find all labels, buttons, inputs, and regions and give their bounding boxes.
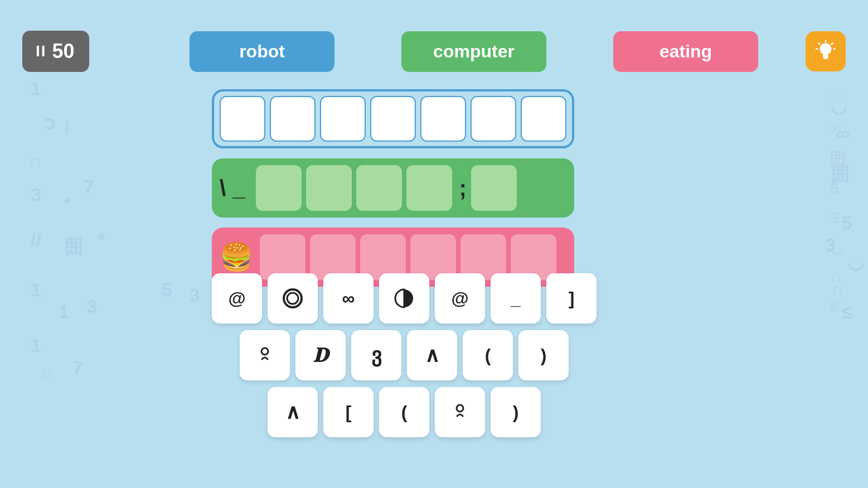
green-prefix-backslash: \ [220, 176, 226, 201]
green-cell-1[interactable] [256, 165, 302, 211]
bg-char: • [64, 190, 71, 211]
green-answer-row: \ _ ; [212, 158, 574, 218]
right-icon-5: 5 [830, 180, 846, 198]
key-circle[interactable] [268, 273, 318, 323]
blue-cell-6[interactable] [471, 96, 516, 142]
blue-cell-7[interactable] [521, 96, 566, 142]
green-cell-4[interactable] [406, 165, 452, 211]
right-icon-infinity: ∞ [830, 119, 846, 137]
bg-char: 1 [31, 335, 41, 356]
bg-char: l [64, 117, 69, 139]
bg-char: 7 [84, 176, 94, 197]
bg-char: 囲 [64, 234, 83, 260]
key-degree-2[interactable] [435, 387, 485, 437]
svg-line-5 [818, 43, 819, 44]
key-paren-close-2[interactable]: ) [491, 387, 541, 437]
blue-cell-2[interactable] [270, 96, 316, 142]
svg-rect-2 [823, 57, 828, 59]
svg-point-10 [261, 348, 268, 355]
key-d[interactable]: 𝐃 [295, 330, 346, 380]
key-degree[interactable] [240, 330, 290, 380]
keyboard: @ ∞ @ _ ] 𝐃 ვ ∧ ( ) ∧ [ ( [212, 273, 597, 437]
green-cell-5[interactable] [471, 165, 517, 211]
blue-cell-4[interactable] [370, 96, 416, 142]
key-infinity[interactable]: ∞ [323, 273, 374, 323]
score-value: 50 [52, 40, 75, 63]
key-bracket-close[interactable]: ] [546, 273, 597, 323]
blue-cell-1[interactable] [220, 96, 265, 142]
green-prefix-underscore: _ [232, 176, 245, 201]
key-row-3: ∧ [ ( ) [268, 387, 541, 437]
lightbulb-icon [814, 40, 837, 63]
svg-point-9 [287, 293, 298, 304]
answer-area: \ _ ; 🍔 [212, 89, 574, 287]
blue-cell-3[interactable] [320, 96, 366, 142]
bg-char: ◡ [847, 251, 864, 273]
bg-char: 5 [162, 279, 172, 301]
bg-char: * [98, 229, 105, 250]
word-button-robot[interactable]: robot [190, 31, 334, 72]
bg-char: 1 [31, 279, 41, 301]
key-at-2[interactable]: @ [435, 273, 485, 323]
header: II 50 robot computer eating [0, 31, 868, 72]
key-underscore[interactable]: _ [491, 273, 541, 323]
blue-cell-5[interactable] [420, 96, 466, 142]
key-caret-2[interactable]: ∧ [268, 387, 318, 437]
key-paren-close-1[interactable]: ) [518, 330, 569, 380]
key-caret-1[interactable]: ∧ [407, 330, 457, 380]
key-half-circle[interactable] [379, 273, 429, 323]
word-button-computer[interactable]: computer [401, 31, 546, 72]
bg-char: 1 [31, 78, 41, 100]
bg-char: ∩ [28, 151, 42, 172]
right-icon-grid: 囲 [830, 148, 846, 169]
svg-point-11 [457, 405, 463, 412]
key-row-1: @ ∞ @ _ ] [212, 273, 597, 323]
svg-line-4 [832, 43, 833, 44]
svg-point-0 [820, 43, 832, 55]
green-cell-2[interactable] [306, 165, 352, 211]
right-icon-3: 3 [830, 209, 846, 227]
hint-button[interactable] [806, 31, 846, 71]
bg-char: // [31, 229, 41, 250]
right-icon-cap: ∩ [830, 268, 846, 286]
green-cell-3[interactable] [356, 165, 402, 211]
bg-char: 1 [59, 301, 69, 323]
right-decorations: ♡ ∞ 囲 5 3 ◡ ∩ ≤ [830, 89, 846, 315]
bg-char: 3 [86, 296, 97, 317]
right-icon-heart: ♡ [830, 89, 846, 108]
score-badge: II 50 [22, 31, 89, 72]
svg-rect-1 [823, 55, 829, 57]
green-suffix-semicolon: ; [459, 176, 466, 201]
key-at-1[interactable]: @ [212, 273, 262, 323]
key-bracket-open[interactable]: [ [323, 387, 374, 437]
bg-char: 7 [72, 357, 83, 379]
bg-char: ɔ [45, 112, 55, 134]
bg-char: 3 [31, 184, 41, 206]
right-icon-less: ≤ [830, 297, 846, 315]
bg-char: 3 [190, 284, 200, 306]
key-row-2: 𝐃 ვ ∧ ( ) [240, 330, 569, 380]
key-paren-open-2[interactable]: ( [379, 387, 429, 437]
blue-answer-row [212, 89, 574, 148]
key-paren-open-1[interactable]: ( [463, 330, 513, 380]
bg-char: ○ [42, 363, 54, 384]
key-curl[interactable]: ვ [351, 330, 401, 380]
word-button-eating[interactable]: eating [613, 31, 758, 72]
right-icon-smile: ◡ [830, 238, 846, 257]
burger-icon: 🍔 [220, 241, 253, 273]
pause-icon: II [36, 42, 47, 60]
